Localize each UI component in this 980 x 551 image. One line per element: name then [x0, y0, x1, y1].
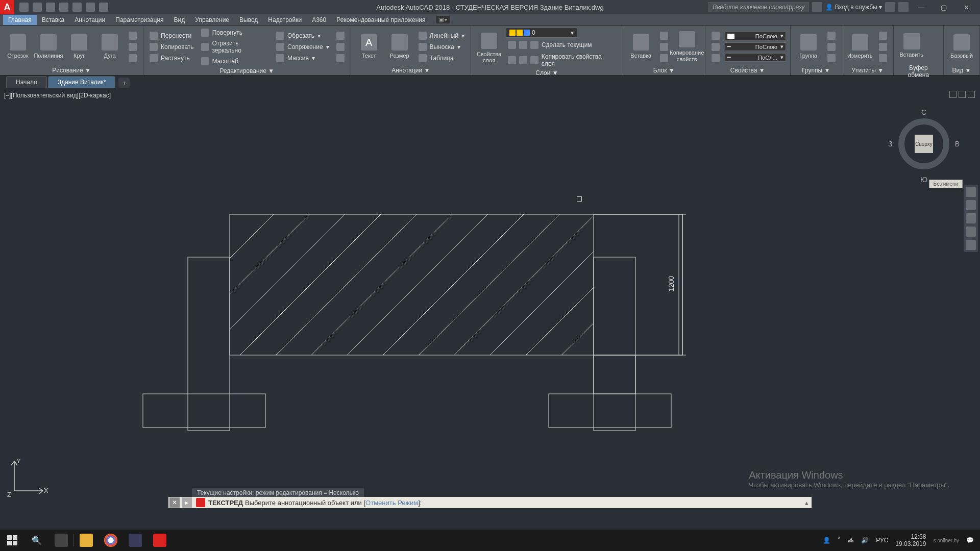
modify-extra-2[interactable]: [334, 42, 347, 52]
utils-extra-1[interactable]: [877, 31, 889, 41]
qat-open-icon[interactable]: [33, 3, 42, 12]
group-extra-1[interactable]: [825, 31, 838, 41]
tab-new-button[interactable]: +: [118, 78, 130, 88]
tab-annotate[interactable]: Аннотации: [69, 15, 110, 25]
tab-insert[interactable]: Вставка: [37, 15, 70, 25]
panel-modify-title[interactable]: Редактирование ▼: [148, 66, 347, 76]
tray-language[interactable]: РУС: [876, 537, 888, 544]
trim-button[interactable]: Обрезать ▾: [274, 31, 331, 41]
color-dropdown[interactable]: ПоСлою ▾: [725, 32, 786, 40]
paste-button[interactable]: Вставить: [898, 28, 925, 63]
leader-button[interactable]: Выноска ▾: [416, 42, 467, 52]
panel-clipboard-title[interactable]: Буфер обмена: [898, 63, 939, 80]
panel-draw-title[interactable]: Рисование ▼: [4, 66, 139, 75]
tab-view[interactable]: Вид: [169, 15, 190, 25]
infocenter-icon[interactable]: [812, 2, 822, 12]
tab-current-drawing[interactable]: Здание Виталик*: [48, 76, 116, 88]
qat-save-icon[interactable]: [46, 3, 55, 12]
fillet-button[interactable]: Сопряжение ▾: [274, 42, 331, 52]
baseview-button[interactable]: Базовый: [948, 29, 975, 65]
table-button[interactable]: Таблица: [416, 53, 467, 63]
scale-button[interactable]: Масштаб: [199, 56, 271, 66]
ucs-icon[interactable]: X Y Z: [7, 458, 48, 499]
mirror-button[interactable]: Отразить зеркально: [199, 39, 271, 55]
modify-extra-3[interactable]: [334, 53, 347, 63]
taskbar-explorer-icon[interactable]: [74, 530, 99, 551]
matchprop-button[interactable]: Копирование свойств: [673, 29, 701, 65]
cmdline-options-icon[interactable]: ▸: [182, 497, 192, 508]
minimize-button[interactable]: —: [912, 1, 931, 13]
stretch-button[interactable]: Растянуть: [148, 53, 196, 63]
signin-label[interactable]: 👤 Вход в службы ▾: [825, 4, 882, 11]
linetype-dropdown[interactable]: ━ПоСл... ▾: [725, 53, 786, 62]
ribbon-overflow-icon[interactable]: ▣ ▾: [436, 16, 451, 23]
drawing-canvas[interactable]: 1200: [0, 88, 980, 530]
prop-extra-1[interactable]: [709, 31, 722, 41]
panel-properties-title[interactable]: Свойства ▼: [709, 66, 786, 75]
tray-clock[interactable]: 12:58 19.03.2019: [895, 533, 926, 548]
cmdline-expand-icon[interactable]: ▴: [801, 499, 812, 507]
command-option-undo[interactable]: Отменить: [365, 499, 396, 507]
utils-extra-3[interactable]: [877, 53, 889, 63]
cmdline-close-icon[interactable]: ✕: [169, 497, 180, 508]
prop-extra-2[interactable]: [709, 42, 722, 52]
linear-dim-button[interactable]: Линейный ▾: [416, 31, 467, 41]
panel-annotation-title[interactable]: Аннотации ▼: [355, 66, 467, 75]
panel-utilities-title[interactable]: Утилиты ▼: [846, 66, 889, 75]
text-button[interactable]: AТекст: [355, 29, 383, 65]
utils-extra-2[interactable]: [877, 42, 889, 52]
panel-layers-title[interactable]: Слои ▼: [475, 68, 619, 78]
help-icon[interactable]: [898, 2, 909, 12]
qat-undo-icon[interactable]: [86, 3, 95, 12]
copy-button[interactable]: Копировать: [148, 42, 196, 52]
arc-button[interactable]: Дуга: [96, 29, 124, 65]
polyline-button[interactable]: Полилиния: [35, 29, 62, 65]
draw-extra-2[interactable]: [127, 42, 139, 52]
tray-network-icon[interactable]: 🖧: [848, 537, 854, 544]
layer-properties-button[interactable]: Свойства слоя: [475, 30, 503, 66]
tray-chevron-icon[interactable]: ˄: [838, 537, 841, 544]
array-button[interactable]: Массив ▾: [274, 53, 331, 63]
taskbar-app3-icon[interactable]: [123, 530, 148, 551]
tray-notifications-icon[interactable]: 💬: [966, 537, 974, 544]
close-button[interactable]: ✕: [957, 1, 976, 13]
panel-view-title[interactable]: Вид ▼: [948, 66, 975, 75]
taskbar-search-icon[interactable]: 🔍: [24, 530, 49, 551]
block-extra-1[interactable]: [658, 31, 670, 41]
tab-manage[interactable]: Управление: [190, 15, 234, 25]
make-current-button[interactable]: Сделать текущим: [506, 40, 619, 50]
line-button[interactable]: Отрезок: [4, 29, 32, 65]
command-option-mode[interactable]: Режим: [398, 499, 418, 507]
taskbar-autocad-icon[interactable]: [148, 530, 172, 551]
qat-print-icon[interactable]: [72, 3, 82, 12]
measure-button[interactable]: Измерить: [846, 29, 874, 65]
dimension-button[interactable]: Размер: [386, 29, 413, 65]
qat-redo-icon[interactable]: [99, 3, 108, 12]
drawing-viewport[interactable]: [–][Пользовательский вид][2D-каркас] Све…: [0, 88, 980, 530]
draw-extra-3[interactable]: [127, 53, 139, 63]
circle-button[interactable]: Круг: [65, 29, 93, 65]
block-extra-3[interactable]: [658, 53, 670, 63]
maximize-button[interactable]: ▢: [934, 1, 953, 13]
rotate-button[interactable]: Повернуть: [199, 28, 271, 38]
tray-people-icon[interactable]: 👤: [823, 537, 830, 544]
qat-new-icon[interactable]: [19, 3, 29, 12]
prop-extra-3[interactable]: [709, 53, 722, 63]
tab-start[interactable]: Начало: [6, 76, 47, 88]
lineweight-dropdown[interactable]: ━ПоСлою ▾: [725, 42, 786, 51]
layer-dropdown[interactable]: 0▾: [506, 28, 577, 38]
panel-groups-title[interactable]: Группы ▼: [795, 66, 838, 75]
tab-parametric[interactable]: Параметризация: [110, 15, 168, 25]
qat-saveas-icon[interactable]: [59, 3, 68, 12]
command-line[interactable]: ✕ ▸ ТЕКСТРЕД Выберите аннотационный объе…: [168, 497, 812, 508]
taskview-icon[interactable]: [49, 530, 74, 551]
match-layer-button[interactable]: Копировать свойства слоя: [506, 52, 619, 68]
taskbar-chrome-icon[interactable]: [99, 530, 123, 551]
app-menu-icon[interactable]: A: [0, 0, 14, 14]
tab-featured[interactable]: Рекомендованные приложения: [331, 15, 430, 25]
panel-block-title[interactable]: Блок ▼: [627, 66, 701, 75]
tab-output[interactable]: Вывод: [234, 15, 263, 25]
modify-extra-1[interactable]: [334, 31, 347, 41]
block-extra-2[interactable]: [658, 42, 670, 52]
dimension-value[interactable]: 1200: [667, 276, 675, 292]
